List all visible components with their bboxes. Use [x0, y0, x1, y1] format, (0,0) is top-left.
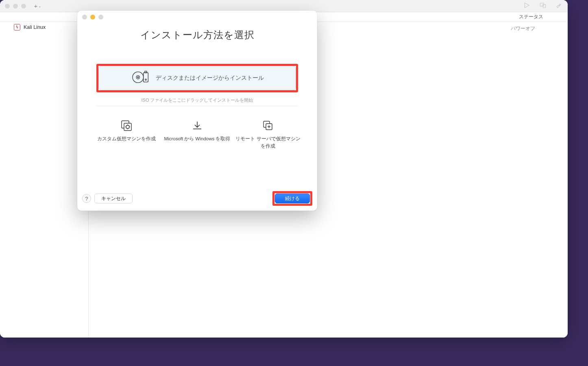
cancel-button[interactable]: キャンセル — [94, 194, 133, 203]
help-button[interactable]: ? — [82, 194, 91, 203]
svg-rect-9 — [145, 71, 147, 73]
option-custom-vm-label: カスタム仮想マシンを作成 — [97, 135, 156, 143]
svg-point-7 — [137, 77, 139, 78]
gear-box-icon — [121, 120, 132, 131]
vm-name-label: Kali Linux — [24, 24, 46, 30]
sheet-title: インストール方法を選択 — [77, 28, 317, 41]
svg-point-10 — [145, 79, 146, 80]
add-button[interactable]: + ⌄ — [33, 2, 42, 11]
disc-usb-icon — [131, 70, 151, 86]
layers-plus-icon — [262, 120, 274, 131]
chevron-down-icon: ⌄ — [38, 4, 41, 8]
zoom-window-icon[interactable] — [21, 4, 26, 9]
plus-icon: + — [34, 2, 38, 9]
close-window-icon[interactable] — [5, 4, 10, 9]
vm-status-cell: パワーオフ — [511, 25, 535, 32]
wrench-icon[interactable] — [555, 2, 563, 11]
sheet-footer: ? キャンセル 続ける — [77, 187, 317, 211]
sidebar: 仮想マシン ϟ Kali Linux — [0, 22, 89, 338]
kali-linux-icon: ϟ — [14, 24, 20, 30]
install-from-disk-label: ディスクまたはイメージからインストール — [156, 74, 264, 82]
window-traffic-lights[interactable] — [5, 4, 26, 9]
option-custom-vm[interactable]: カスタム仮想マシンを作成 — [92, 120, 161, 150]
svg-rect-1 — [540, 3, 544, 6]
highlight-continue: 続ける — [272, 191, 312, 206]
highlight-install-from-disk: ディスクまたはイメージからインストール — [96, 64, 298, 92]
devices-icon[interactable] — [539, 2, 547, 11]
option-get-windows-label: Microsoft から Windows を取得 — [164, 135, 231, 143]
sheet-zoom-icon[interactable] — [98, 15, 103, 20]
option-remote-vm-label: リモート サーバで仮想マシンを作成 — [233, 135, 303, 150]
option-remote-vm[interactable]: リモート サーバで仮想マシンを作成 — [233, 120, 303, 150]
toolbar-right — [523, 2, 563, 11]
install-from-disk-option[interactable]: ディスクまたはイメージからインストール — [98, 66, 296, 90]
sheet-close-icon[interactable] — [82, 15, 87, 20]
minimize-window-icon[interactable] — [13, 4, 18, 9]
sheet-minimize-icon[interactable] — [90, 15, 95, 20]
secondary-options-row: カスタム仮想マシンを作成 Microsoft から Windows を取得 リモ… — [77, 106, 317, 150]
svg-rect-8 — [144, 72, 148, 82]
sidebar-item-kali-linux[interactable]: ϟ Kali Linux — [0, 22, 88, 33]
install-method-sheet: インストール方法を選択 ディスクまたはイメージからインストール ISO ファイル… — [77, 11, 317, 211]
continue-button[interactable]: 続ける — [275, 194, 310, 203]
status-column-header[interactable]: ステータス — [519, 13, 543, 20]
help-icon: ? — [85, 196, 88, 202]
iso-drag-hint: ISO ファイルをここにドラッグしてインストールを開始 — [77, 97, 317, 103]
svg-rect-12 — [124, 123, 131, 131]
play-icon[interactable] — [523, 2, 530, 11]
download-icon — [192, 120, 203, 131]
sheet-traffic-lights[interactable] — [77, 11, 317, 21]
svg-marker-0 — [525, 3, 529, 8]
option-get-windows[interactable]: Microsoft から Windows を取得 — [163, 120, 232, 150]
